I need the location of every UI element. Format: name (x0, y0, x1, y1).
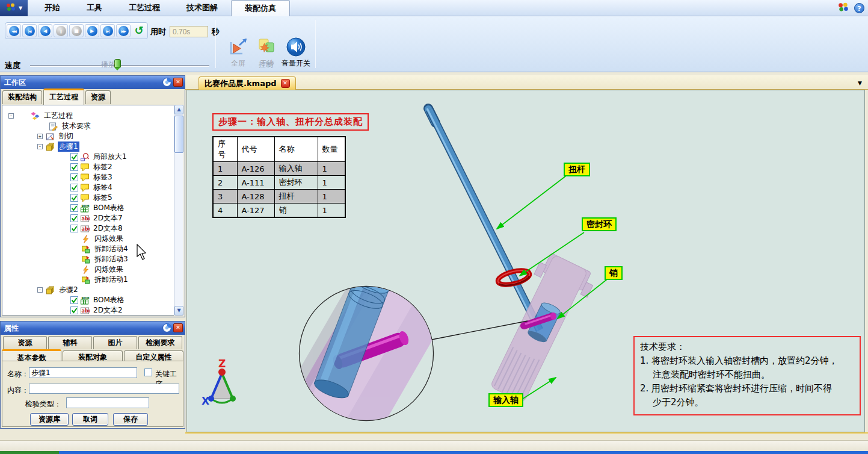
tree-item-label[interactable]: 步骤1 (58, 141, 79, 152)
close-icon[interactable]: ✕ (281, 79, 290, 88)
tree-item-label[interactable]: 2D文本8 (92, 223, 124, 234)
tree-item-label[interactable]: 标签4 (92, 182, 114, 193)
replay-button[interactable]: ↺ (132, 24, 146, 37)
tree-item[interactable]: 标签4 (2, 182, 183, 193)
tree-scrollbar[interactable]: ▲ ▼ (174, 105, 183, 316)
bom-cell: A-128 (237, 190, 274, 204)
tree-item-label[interactable]: 标签3 (92, 172, 114, 182)
tree-item[interactable]: 拆卸活动1 (2, 275, 183, 285)
collapse-icon[interactable]: - (37, 144, 43, 149)
tree-item-label[interactable]: 拆卸活动4 (93, 244, 129, 254)
workspace-tab-1[interactable]: 工艺过程 (43, 89, 84, 105)
tree-item-label[interactable]: 闪烁效果 (93, 234, 125, 244)
collapse-icon[interactable]: - (37, 287, 43, 293)
save-button[interactable]: 保存 (113, 413, 148, 426)
skip-start-button[interactable]: |◀ (22, 24, 37, 37)
content-field[interactable] (29, 384, 179, 394)
properties-tab-0[interactable]: 资源 (3, 336, 47, 349)
tree-item-label[interactable]: 闪烁效果 (93, 264, 125, 275)
document-tab[interactable]: 比赛作品展.kmapd ✕ (199, 76, 296, 90)
tree-item[interactable]: 标签5 (2, 193, 183, 203)
scroll-down-icon[interactable]: ▼ (174, 306, 183, 316)
checked-checkbox[interactable] (70, 153, 78, 161)
scroll-up-icon[interactable]: ▲ (174, 105, 183, 114)
tree-item[interactable]: abc2D文本8 (2, 223, 183, 234)
menu-tab-1[interactable]: 工具 (73, 0, 115, 16)
tree-item-label[interactable]: 标签2 (92, 162, 114, 172)
collapse-icon[interactable]: - (8, 113, 14, 119)
checked-checkbox[interactable] (70, 296, 78, 304)
tree-item[interactable]: -工艺过程 (2, 111, 183, 121)
fast-rewind-button[interactable]: ◀◀ (7, 24, 21, 37)
pin-swirl-icon[interactable] (162, 323, 171, 337)
menu-tab-0[interactable]: 开始 (31, 0, 73, 16)
tab-list-dropdown-icon[interactable]: ▼ (858, 80, 862, 86)
stop-button[interactable]: ■ (69, 24, 84, 37)
pause-button[interactable]: || (54, 24, 68, 37)
properties-tab-2[interactable]: 图片 (93, 336, 137, 349)
tree-item[interactable]: 标签3 (2, 172, 183, 182)
checked-checkbox[interactable] (70, 184, 78, 191)
tree-item[interactable]: 拆卸活动3 (2, 254, 183, 264)
checked-checkbox[interactable] (70, 194, 78, 202)
menu-tab-4[interactable]: 装配仿真 (231, 0, 290, 16)
skip-end-button[interactable]: ▶| (100, 24, 115, 37)
properties-tab-1[interactable]: 辅料 (48, 336, 92, 349)
play-button[interactable]: ▶ (85, 24, 99, 37)
workspace-tab-2[interactable]: 资源 (85, 90, 111, 104)
duration-input[interactable] (170, 26, 208, 37)
app-menu-button[interactable]: ▼ (0, 0, 28, 16)
tree-item-label[interactable]: BOM表格 (92, 203, 126, 213)
tree-item[interactable]: BOMBOM表格 (2, 203, 183, 213)
tree-item[interactable]: 局部放大1 (2, 152, 183, 162)
step-back-button[interactable]: ◀ (38, 24, 52, 37)
tree-item-label[interactable]: 拆卸活动3 (93, 254, 129, 264)
tree-item-label[interactable]: 2D文本2 (92, 305, 124, 316)
tree-item-label[interactable]: 2D文本7 (92, 213, 124, 223)
tree-item-label[interactable]: 工艺过程 (43, 111, 74, 121)
tree-item[interactable]: abc2D文本2 (2, 305, 183, 316)
menu-tab-3[interactable]: 技术图解 (173, 0, 231, 16)
tree-item-label[interactable]: 标签5 (92, 193, 114, 203)
menu-tab-2[interactable]: 工艺过程 (115, 0, 173, 16)
pin-swirl-icon[interactable] (162, 78, 171, 91)
key-process-checkbox[interactable] (144, 368, 152, 376)
resource-library-button[interactable]: 资源库 (30, 413, 69, 426)
tree-item[interactable]: -步骤2 (2, 285, 183, 295)
checked-checkbox[interactable] (70, 163, 78, 171)
scrollbar-thumb[interactable] (174, 116, 183, 153)
tree-item[interactable]: abc2D文本7 (2, 213, 183, 223)
tree-item[interactable]: 标签2 (2, 162, 183, 172)
tree-item[interactable]: 拆卸活动4 (2, 244, 183, 254)
tree-item[interactable]: 技术要求 (2, 121, 183, 131)
tree-item[interactable]: BOMBOM表格 (2, 295, 183, 305)
workspace-tab-0[interactable]: 装配结构 (2, 90, 42, 104)
properties-tab-3[interactable]: 检测要求 (138, 336, 182, 349)
checked-checkbox[interactable] (70, 214, 78, 222)
tree-item-label[interactable]: 剖切 (58, 131, 75, 141)
close-icon[interactable]: ✕ (173, 323, 183, 332)
section-icon (46, 132, 55, 141)
fast-forward-button[interactable]: ▶▶ (116, 24, 131, 37)
expand-icon[interactable]: + (37, 134, 43, 139)
checked-checkbox[interactable] (70, 225, 78, 232)
name-field[interactable] (29, 367, 137, 378)
3d-viewport[interactable]: Z X 步骤一：输入轴、扭杆分总成装配 序号代号名称数量1A-126输入轴12A… (186, 90, 865, 432)
close-icon[interactable]: ✕ (173, 78, 183, 87)
checked-checkbox[interactable] (70, 204, 78, 212)
tree-item-label[interactable]: BOM表格 (92, 295, 126, 305)
tree-item[interactable]: 闪烁效果 (2, 264, 183, 275)
tree-item-label[interactable]: 技术要求 (61, 121, 92, 131)
tree-item[interactable]: +剖切 (2, 131, 183, 141)
bom-cell: 1 (318, 162, 345, 176)
tree-item-label[interactable]: 局部放大1 (92, 152, 128, 162)
tree-item-label[interactable]: 拆卸活动1 (93, 275, 129, 285)
tree-item[interactable]: 闪烁效果 (2, 234, 183, 244)
pick-word-button[interactable]: 取词 (72, 413, 108, 426)
check-type-field[interactable] (66, 397, 149, 408)
checked-checkbox[interactable] (70, 173, 78, 181)
tree-item[interactable]: -步骤1 (2, 141, 183, 152)
tree-item-label[interactable]: 步骤2 (58, 285, 79, 295)
checked-checkbox[interactable] (70, 306, 78, 314)
help-icon[interactable]: ? (854, 3, 864, 13)
